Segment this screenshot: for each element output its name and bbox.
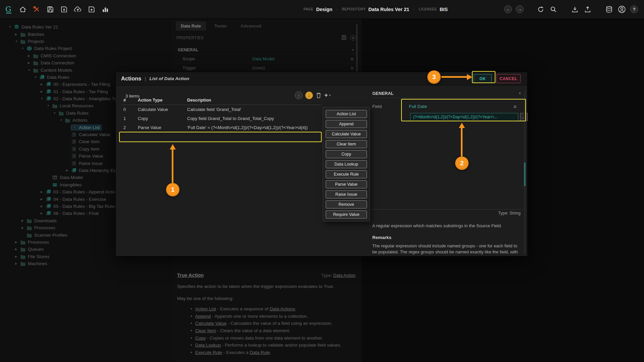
menu-item[interactable]: Parse Value [326,180,367,188]
col-desc-header: Description [187,98,321,103]
actions-dialog: Actions | List of Data Action OK CANCEL … [115,72,528,256]
col-type-header: Action Type [138,98,187,103]
menu-item[interactable]: Remove [326,200,367,208]
page-value[interactable]: Design [316,7,332,12]
topbar: G PAGE Design · REPOSITORY Data Rules Ve… [0,0,644,19]
save-icon[interactable] [46,5,55,14]
menu-item[interactable]: Copy [326,150,367,158]
title-separator: | [145,76,146,81]
field-value[interactable]: Full Date [409,104,427,109]
menu-item[interactable]: Raise Issue [326,190,367,198]
download-icon[interactable] [571,5,579,14]
menu-item[interactable]: Data Lookup [326,160,367,168]
action-type-menu: Action ListAppendCalculate ValueClear It… [323,107,370,222]
app-logo[interactable]: G [5,5,13,14]
detail-scroll-thumb[interactable] [524,163,526,186]
breadcrumb: PAGE Design · REPOSITORY Data Rules Ver … [304,0,448,18]
add-icon[interactable]: +▼ [324,92,331,99]
cloud-upload-icon[interactable] [73,5,82,14]
home-icon[interactable] [18,5,27,14]
divider [371,209,523,209]
menu-item[interactable]: Require Value [326,210,367,219]
menu-item[interactable]: Execute Rule [326,170,367,178]
menu-item[interactable]: Append [326,120,367,128]
property-type: Type: String [498,211,521,216]
field-label: Field [372,104,409,109]
menu-item[interactable]: Action List [326,110,367,118]
detail-panel: GENERAL ▼ Field Full Date ≡ (?<Month>\d{… [367,85,527,256]
separator-dot: · [336,7,338,12]
nav-back-icon[interactable]: ← [504,5,512,13]
table-row[interactable]: 0 Calculate Value Calculate field 'Grand… [121,105,321,114]
table-row[interactable]: 1 Copy Copy field Grand_Total to Grand_T… [121,114,321,123]
svg-text:G: G [5,5,11,13]
user-icon[interactable] [618,5,626,14]
remarks-label: Remarks [372,235,391,240]
pattern-input[interactable]: (?<Month>\d{1,2})/(?<Day>\d{1,2})/(?<Yea… [410,113,518,121]
col-num-header: # [123,98,138,103]
repository-label: REPOSITORY [342,7,366,11]
tools-icon[interactable] [32,5,41,14]
property-help-text: A regular expression which matches subst… [372,223,521,229]
dialog-header: Actions | List of Data Action OK CANCEL [116,72,527,85]
table-row-selected[interactable]: 2 Parse Value 'Full Date' = (?<Month>\d{… [121,123,321,132]
cancel-button[interactable]: CANCEL [496,74,521,83]
menu-item[interactable]: Calculate Value [326,130,367,138]
layers-icon[interactable] [605,5,613,14]
menu-item[interactable]: Clear Item [326,140,367,148]
chart-icon[interactable] [101,5,110,14]
table-header: # Action Type Description [121,96,321,105]
search-icon[interactable] [549,5,558,14]
refresh-icon[interactable] [536,5,545,14]
remarks-text: The regular expression should include na… [372,243,521,257]
save-new-icon[interactable] [87,5,96,14]
licensee-value: BIS [440,7,448,12]
action-list: # Action Type Description 0 Calculate Va… [121,91,321,132]
licensee-label: LICENSEE [419,7,437,11]
save-export-icon[interactable] [60,5,68,14]
general-header: GENERAL [372,91,394,96]
separator-dot: · [413,7,415,12]
dialog-subtitle: List of Data Action [149,76,189,81]
field-menu-icon[interactable]: ≡ [514,104,517,109]
chevron-down-icon[interactable]: ▼ [519,92,521,95]
upload-icon[interactable] [583,5,592,14]
repository-value[interactable]: Data Rules Ver 21 [368,7,409,12]
dialog-title: Actions [121,75,142,82]
ok-button[interactable]: OK [474,74,492,83]
help-icon[interactable]: ? [630,5,638,13]
add-caret-icon: ▼ [329,94,331,97]
page-label: PAGE [304,7,313,11]
nav-forward-icon[interactable]: → [516,5,524,13]
